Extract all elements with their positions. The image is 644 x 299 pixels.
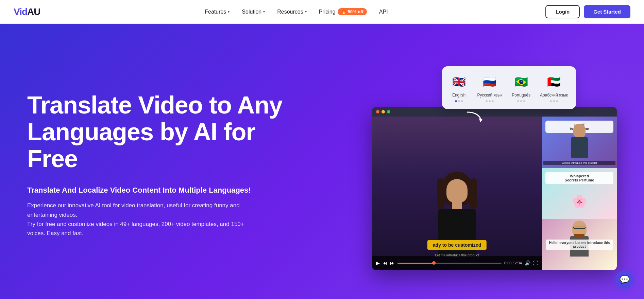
nav-pricing[interactable]: Pricing 🔥 50% off: [319, 8, 367, 15]
lang-dot: [556, 100, 558, 102]
side-panel-3: Hello! everyone Let me introduce this pr…: [542, 219, 617, 270]
lang-dot: [520, 100, 522, 102]
nav-features-label: Features: [205, 9, 226, 15]
nav-actions: Login Get Started: [545, 5, 630, 18]
panel-3-person: [570, 221, 589, 257]
lang-dot: [553, 100, 555, 102]
titlebar-close-dot: [376, 110, 379, 113]
get-started-button[interactable]: Get Started: [584, 5, 630, 18]
progress-thumb: [432, 261, 436, 265]
lang-dots-russian: [486, 100, 494, 102]
lang-option-russian[interactable]: 🇷🇺 Русский язык: [477, 73, 503, 102]
fire-icon: 🔥: [341, 9, 346, 14]
nav-resources[interactable]: Resources ▾: [277, 9, 306, 15]
skip-forward-button[interactable]: ⏭: [390, 260, 395, 266]
panel-1-person: [571, 124, 588, 158]
flag-russian: 🇷🇺: [481, 73, 498, 91]
woman-hair-left: [437, 178, 444, 209]
play-button[interactable]: ▶: [376, 260, 380, 266]
logo-au: AU: [27, 6, 40, 17]
lang-option-portuguese[interactable]: 🇧🇷 Português: [512, 73, 530, 102]
woman-face: [446, 179, 468, 203]
beard: [574, 234, 584, 238]
logo-vid: Vid: [14, 6, 27, 17]
discount-text: 50% off: [348, 9, 363, 14]
chat-button[interactable]: 💬: [615, 270, 634, 289]
hero-right: 🇬🇧 English 🇷🇺 Русский язык: [292, 59, 617, 263]
lang-name-english: English: [452, 93, 465, 98]
arrow-indicator: [464, 109, 484, 130]
panel-2-visual: 🌸: [572, 194, 587, 209]
progress-bar[interactable]: [397, 263, 502, 264]
woman-neck: [452, 202, 462, 209]
nav-resources-label: Resources: [277, 9, 303, 15]
lang-dots-arabic: [550, 100, 558, 102]
logo[interactable]: VidAU: [14, 6, 40, 17]
lang-name-portuguese: Português: [512, 93, 530, 98]
side-panel-1: peredts Perfume Let me introduce this pr…: [542, 117, 617, 168]
hero-desc-line1: Experience our innovative AI tool for vi…: [27, 202, 240, 218]
lang-dot: [492, 100, 494, 102]
lang-dot: [486, 100, 488, 102]
panel-3-hello-badge: Hello! everyone Let me introduce this pr…: [546, 240, 613, 250]
nav-api-label: API: [379, 9, 388, 15]
video-subtitle-overlay: ady to be customized: [427, 240, 487, 250]
nav-pricing-label: Pricing: [319, 9, 336, 15]
language-selector-card: 🇬🇧 English 🇷🇺 Русский язык: [442, 66, 576, 109]
video-content: ady to be customized Let me introduce th…: [372, 117, 617, 270]
hero-subtitle: Translate And Localize Video Content Int…: [27, 186, 292, 195]
panel-2-label: WhisperedSecrets Perfume: [545, 172, 613, 184]
lang-dots-english: [455, 100, 463, 102]
chat-icon: 💬: [620, 275, 630, 284]
chevron-down-icon: ▾: [305, 10, 307, 14]
pricing-discount-badge: 🔥 50% off: [338, 8, 367, 15]
titlebar-minimize-dot: [382, 110, 385, 113]
woman-hair: [442, 172, 472, 206]
nav-solution-label: Solution: [242, 9, 261, 15]
nav-features[interactable]: Features ▾: [205, 9, 230, 15]
hero-section: Translate Video to Any Languages by AI f…: [0, 24, 644, 299]
lang-name-russian: Русский язык: [477, 93, 503, 98]
flag-arabic: 🇦🇪: [545, 73, 563, 91]
glasses: [573, 227, 586, 229]
panel-1-caption: Let me introduce this product: [543, 161, 615, 165]
video-controls[interactable]: ▶ ⏮ ⏭ 0:00 / 2:34 🔊 ⛶: [372, 256, 542, 270]
login-button[interactable]: Login: [545, 5, 580, 18]
nav-links: Features ▾ Solution ▾ Resources ▾ Pricin…: [61, 8, 532, 15]
person-head: [573, 124, 586, 137]
main-video-area: ady to be customized Let me introduce th…: [372, 117, 542, 270]
side-panel-2: WhisperedSecrets Perfume 🌸: [542, 168, 617, 219]
person-body: [571, 137, 588, 158]
volume-icon[interactable]: 🔊: [525, 260, 530, 266]
lang-dot: [517, 100, 519, 102]
hero-description: Experience our innovative AI tool for vi…: [27, 201, 258, 238]
flag-english: 🇬🇧: [450, 73, 468, 91]
fullscreen-icon[interactable]: ⛶: [533, 260, 538, 266]
lang-dot: [550, 100, 552, 102]
lang-dots-portuguese: [517, 100, 525, 102]
hero-desc-line2: Try for free and customize videos in 49+…: [27, 221, 244, 236]
lang-option-arabic[interactable]: 🇦🇪 Арабский язык: [540, 73, 568, 102]
lang-dot: [455, 100, 457, 102]
person-3-head: [572, 221, 587, 236]
video-player-mockup: ady to be customized Let me introduce th…: [372, 107, 617, 270]
nav-api[interactable]: API: [379, 9, 388, 15]
lang-dot: [458, 100, 460, 102]
lang-option-english[interactable]: 🇬🇧 English: [450, 73, 468, 102]
skip-back-button[interactable]: ⏮: [383, 260, 387, 266]
time-display: 0:00 / 2:34: [504, 261, 522, 265]
hero-left: Translate Video to Any Languages by AI f…: [27, 85, 292, 238]
nav-solution[interactable]: Solution ▾: [242, 9, 265, 15]
subtitle-text: ady to be customized: [433, 242, 481, 248]
chevron-down-icon: ▾: [228, 10, 230, 14]
lang-name-arabic: Арабский язык: [540, 93, 568, 98]
lang-dot: [523, 100, 525, 102]
lang-dot: [461, 100, 463, 102]
lang-dot: [489, 100, 491, 102]
flag-portuguese: 🇧🇷: [512, 73, 530, 91]
side-panels: peredts Perfume Let me introduce this pr…: [542, 117, 617, 270]
navbar: VidAU Features ▾ Solution ▾ Resources ▾ …: [0, 0, 644, 24]
titlebar-maximize-dot: [387, 110, 390, 113]
chevron-down-icon: ▾: [263, 10, 265, 14]
hero-title: Translate Video to Any Languages by AI f…: [27, 92, 292, 173]
